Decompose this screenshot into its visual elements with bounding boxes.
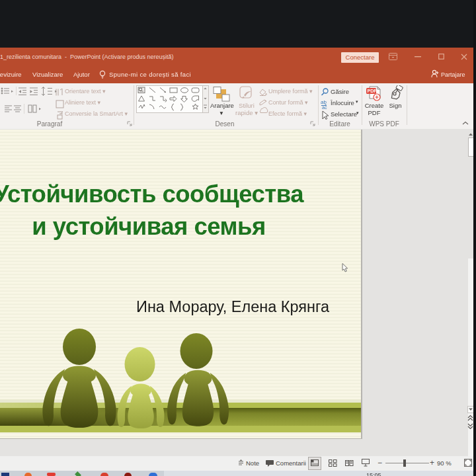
svg-text:ac: ac bbox=[322, 105, 327, 110]
svg-text:PDF: PDF bbox=[368, 89, 377, 93]
